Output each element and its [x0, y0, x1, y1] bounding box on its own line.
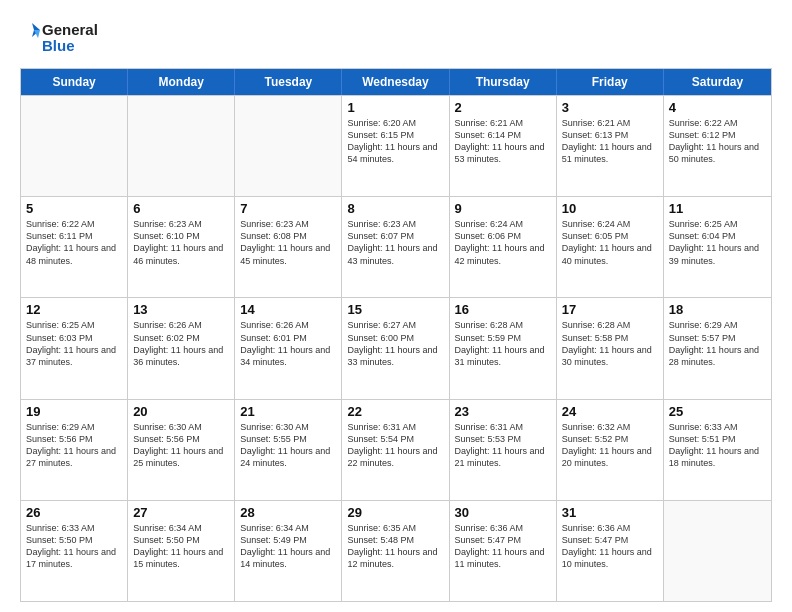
day-number: 12: [26, 302, 122, 317]
day-info: Sunrise: 6:31 AM Sunset: 5:54 PM Dayligh…: [347, 421, 443, 470]
day-number: 22: [347, 404, 443, 419]
day-info: Sunrise: 6:22 AM Sunset: 6:11 PM Dayligh…: [26, 218, 122, 267]
day-number: 17: [562, 302, 658, 317]
day-cell-9: 9Sunrise: 6:24 AM Sunset: 6:06 PM Daylig…: [450, 197, 557, 297]
header-day-saturday: Saturday: [664, 69, 771, 95]
day-info: Sunrise: 6:29 AM Sunset: 5:56 PM Dayligh…: [26, 421, 122, 470]
day-number: 19: [26, 404, 122, 419]
week-row-2: 5Sunrise: 6:22 AM Sunset: 6:11 PM Daylig…: [21, 196, 771, 297]
header-day-thursday: Thursday: [450, 69, 557, 95]
day-info: Sunrise: 6:26 AM Sunset: 6:01 PM Dayligh…: [240, 319, 336, 368]
logo: GeneralBlue: [20, 18, 110, 58]
week-row-5: 26Sunrise: 6:33 AM Sunset: 5:50 PM Dayli…: [21, 500, 771, 601]
empty-cell: [128, 96, 235, 196]
header-day-friday: Friday: [557, 69, 664, 95]
day-number: 27: [133, 505, 229, 520]
empty-cell: [21, 96, 128, 196]
header-day-tuesday: Tuesday: [235, 69, 342, 95]
day-info: Sunrise: 6:28 AM Sunset: 5:59 PM Dayligh…: [455, 319, 551, 368]
day-number: 20: [133, 404, 229, 419]
day-cell-13: 13Sunrise: 6:26 AM Sunset: 6:02 PM Dayli…: [128, 298, 235, 398]
day-number: 30: [455, 505, 551, 520]
day-cell-28: 28Sunrise: 6:34 AM Sunset: 5:49 PM Dayli…: [235, 501, 342, 601]
week-row-1: 1Sunrise: 6:20 AM Sunset: 6:15 PM Daylig…: [21, 95, 771, 196]
day-info: Sunrise: 6:25 AM Sunset: 6:03 PM Dayligh…: [26, 319, 122, 368]
day-number: 13: [133, 302, 229, 317]
day-cell-2: 2Sunrise: 6:21 AM Sunset: 6:14 PM Daylig…: [450, 96, 557, 196]
svg-text:General: General: [42, 21, 98, 38]
day-number: 26: [26, 505, 122, 520]
day-info: Sunrise: 6:24 AM Sunset: 6:06 PM Dayligh…: [455, 218, 551, 267]
day-number: 9: [455, 201, 551, 216]
day-info: Sunrise: 6:23 AM Sunset: 6:10 PM Dayligh…: [133, 218, 229, 267]
day-number: 14: [240, 302, 336, 317]
day-number: 10: [562, 201, 658, 216]
day-cell-17: 17Sunrise: 6:28 AM Sunset: 5:58 PM Dayli…: [557, 298, 664, 398]
day-cell-19: 19Sunrise: 6:29 AM Sunset: 5:56 PM Dayli…: [21, 400, 128, 500]
day-number: 11: [669, 201, 766, 216]
day-cell-21: 21Sunrise: 6:30 AM Sunset: 5:55 PM Dayli…: [235, 400, 342, 500]
day-cell-31: 31Sunrise: 6:36 AM Sunset: 5:47 PM Dayli…: [557, 501, 664, 601]
day-number: 8: [347, 201, 443, 216]
day-info: Sunrise: 6:21 AM Sunset: 6:13 PM Dayligh…: [562, 117, 658, 166]
day-cell-30: 30Sunrise: 6:36 AM Sunset: 5:47 PM Dayli…: [450, 501, 557, 601]
day-number: 28: [240, 505, 336, 520]
page: GeneralBlue SundayMondayTuesdayWednesday…: [0, 0, 792, 612]
calendar: SundayMondayTuesdayWednesdayThursdayFrid…: [20, 68, 772, 602]
day-cell-15: 15Sunrise: 6:27 AM Sunset: 6:00 PM Dayli…: [342, 298, 449, 398]
day-info: Sunrise: 6:31 AM Sunset: 5:53 PM Dayligh…: [455, 421, 551, 470]
day-number: 16: [455, 302, 551, 317]
day-number: 3: [562, 100, 658, 115]
day-info: Sunrise: 6:23 AM Sunset: 6:07 PM Dayligh…: [347, 218, 443, 267]
day-number: 23: [455, 404, 551, 419]
svg-text:Blue: Blue: [42, 37, 75, 54]
day-cell-24: 24Sunrise: 6:32 AM Sunset: 5:52 PM Dayli…: [557, 400, 664, 500]
day-number: 6: [133, 201, 229, 216]
day-info: Sunrise: 6:34 AM Sunset: 5:50 PM Dayligh…: [133, 522, 229, 571]
calendar-header: SundayMondayTuesdayWednesdayThursdayFrid…: [21, 69, 771, 95]
day-cell-12: 12Sunrise: 6:25 AM Sunset: 6:03 PM Dayli…: [21, 298, 128, 398]
day-info: Sunrise: 6:20 AM Sunset: 6:15 PM Dayligh…: [347, 117, 443, 166]
day-info: Sunrise: 6:35 AM Sunset: 5:48 PM Dayligh…: [347, 522, 443, 571]
day-info: Sunrise: 6:36 AM Sunset: 5:47 PM Dayligh…: [562, 522, 658, 571]
week-row-4: 19Sunrise: 6:29 AM Sunset: 5:56 PM Dayli…: [21, 399, 771, 500]
day-info: Sunrise: 6:27 AM Sunset: 6:00 PM Dayligh…: [347, 319, 443, 368]
day-number: 24: [562, 404, 658, 419]
day-cell-3: 3Sunrise: 6:21 AM Sunset: 6:13 PM Daylig…: [557, 96, 664, 196]
empty-cell: [235, 96, 342, 196]
day-cell-5: 5Sunrise: 6:22 AM Sunset: 6:11 PM Daylig…: [21, 197, 128, 297]
day-info: Sunrise: 6:28 AM Sunset: 5:58 PM Dayligh…: [562, 319, 658, 368]
day-info: Sunrise: 6:23 AM Sunset: 6:08 PM Dayligh…: [240, 218, 336, 267]
day-number: 4: [669, 100, 766, 115]
day-cell-20: 20Sunrise: 6:30 AM Sunset: 5:56 PM Dayli…: [128, 400, 235, 500]
day-info: Sunrise: 6:30 AM Sunset: 5:56 PM Dayligh…: [133, 421, 229, 470]
day-cell-22: 22Sunrise: 6:31 AM Sunset: 5:54 PM Dayli…: [342, 400, 449, 500]
day-number: 2: [455, 100, 551, 115]
day-number: 18: [669, 302, 766, 317]
day-number: 1: [347, 100, 443, 115]
day-number: 15: [347, 302, 443, 317]
day-cell-26: 26Sunrise: 6:33 AM Sunset: 5:50 PM Dayli…: [21, 501, 128, 601]
day-number: 5: [26, 201, 122, 216]
day-cell-27: 27Sunrise: 6:34 AM Sunset: 5:50 PM Dayli…: [128, 501, 235, 601]
day-info: Sunrise: 6:33 AM Sunset: 5:50 PM Dayligh…: [26, 522, 122, 571]
day-cell-10: 10Sunrise: 6:24 AM Sunset: 6:05 PM Dayli…: [557, 197, 664, 297]
day-number: 7: [240, 201, 336, 216]
day-cell-4: 4Sunrise: 6:22 AM Sunset: 6:12 PM Daylig…: [664, 96, 771, 196]
day-info: Sunrise: 6:24 AM Sunset: 6:05 PM Dayligh…: [562, 218, 658, 267]
header-day-monday: Monday: [128, 69, 235, 95]
day-info: Sunrise: 6:29 AM Sunset: 5:57 PM Dayligh…: [669, 319, 766, 368]
header-day-wednesday: Wednesday: [342, 69, 449, 95]
day-cell-29: 29Sunrise: 6:35 AM Sunset: 5:48 PM Dayli…: [342, 501, 449, 601]
day-info: Sunrise: 6:34 AM Sunset: 5:49 PM Dayligh…: [240, 522, 336, 571]
day-info: Sunrise: 6:36 AM Sunset: 5:47 PM Dayligh…: [455, 522, 551, 571]
day-cell-7: 7Sunrise: 6:23 AM Sunset: 6:08 PM Daylig…: [235, 197, 342, 297]
day-cell-11: 11Sunrise: 6:25 AM Sunset: 6:04 PM Dayli…: [664, 197, 771, 297]
day-cell-18: 18Sunrise: 6:29 AM Sunset: 5:57 PM Dayli…: [664, 298, 771, 398]
day-info: Sunrise: 6:30 AM Sunset: 5:55 PM Dayligh…: [240, 421, 336, 470]
day-info: Sunrise: 6:32 AM Sunset: 5:52 PM Dayligh…: [562, 421, 658, 470]
day-cell-23: 23Sunrise: 6:31 AM Sunset: 5:53 PM Dayli…: [450, 400, 557, 500]
day-cell-8: 8Sunrise: 6:23 AM Sunset: 6:07 PM Daylig…: [342, 197, 449, 297]
day-cell-6: 6Sunrise: 6:23 AM Sunset: 6:10 PM Daylig…: [128, 197, 235, 297]
day-cell-16: 16Sunrise: 6:28 AM Sunset: 5:59 PM Dayli…: [450, 298, 557, 398]
